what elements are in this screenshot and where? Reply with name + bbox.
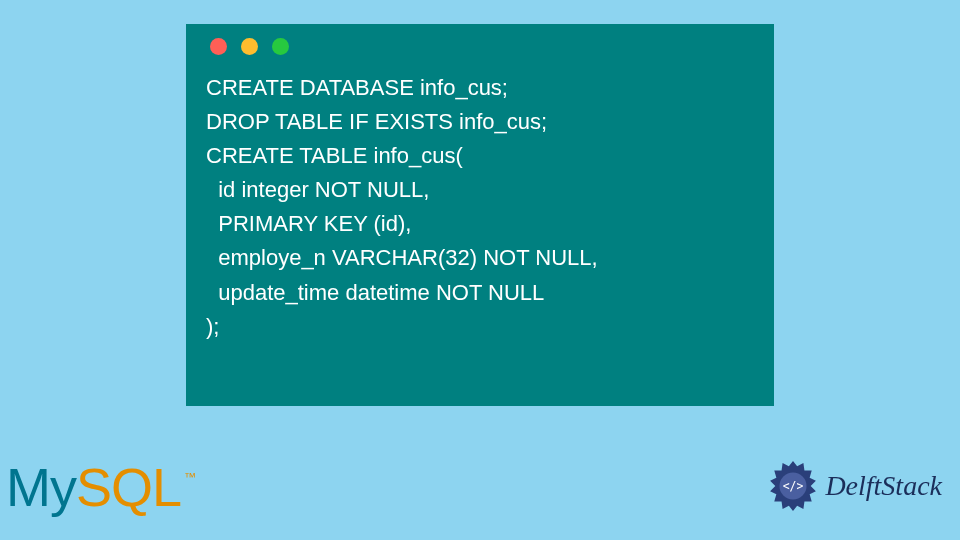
delftstack-logo-text: DelftStack [825,470,942,502]
mysql-logo-sql: SQL [76,456,181,518]
code-snippet-window: CREATE DATABASE info_cus; DROP TABLE IF … [186,24,774,406]
code-content: CREATE DATABASE info_cus; DROP TABLE IF … [206,71,754,344]
svg-text:</>: </> [783,479,804,493]
minimize-icon [241,38,258,55]
window-traffic-lights [210,38,754,55]
delftstack-gear-icon: </> [767,460,819,512]
mysql-logo: MySQL™ [6,456,195,518]
mysql-logo-my: My [6,456,76,518]
close-icon [210,38,227,55]
delftstack-logo: </> DelftStack [767,460,942,512]
mysql-logo-tm: ™ [184,470,195,484]
maximize-icon [272,38,289,55]
